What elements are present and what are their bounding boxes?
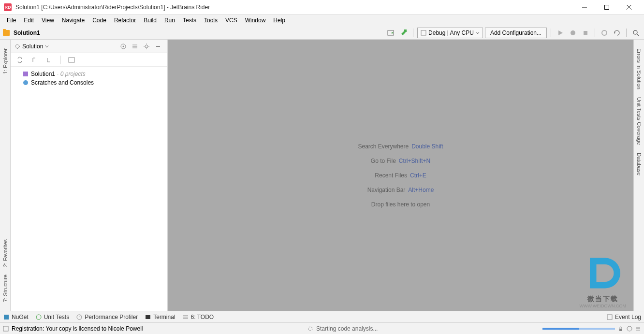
tab-todo[interactable]: 6: TODO <box>182 314 214 320</box>
collapse-icon[interactable] <box>44 55 54 65</box>
menu-code[interactable]: Code <box>88 16 110 25</box>
collapse-all-button[interactable] <box>130 41 140 52</box>
menu-build[interactable]: Build <box>140 16 161 25</box>
run-configuration-select[interactable]: Debug | Any CPU <box>417 28 483 38</box>
svg-rect-25 <box>4 315 9 319</box>
build-hammer-icon[interactable] <box>398 28 409 38</box>
solution-icon <box>15 44 20 49</box>
tab-explorer[interactable]: 1: Explorer <box>1 44 9 78</box>
menu-window[interactable]: Window <box>241 16 270 25</box>
scratches-icon <box>22 79 29 86</box>
progress-bar <box>542 328 615 330</box>
locate-button[interactable] <box>118 41 129 52</box>
statusbar: Registration: Your copy is licensed to N… <box>0 322 644 334</box>
explorer-header: Solution <box>11 40 167 53</box>
menu-help[interactable]: Help <box>269 16 289 25</box>
hint-search-everywhere: Search Everywhere Double Shift <box>358 143 443 150</box>
run-button[interactable] <box>555 28 566 38</box>
breadcrumb[interactable]: Solution1 <box>14 29 40 36</box>
titlebar: RD Solution1 [C:\Users\Administrator\Rid… <box>0 0 644 15</box>
tab-structure[interactable]: 7: Structure <box>1 271 9 306</box>
chevron-down-icon <box>45 44 49 48</box>
left-tool-strip: 1: Explorer 2: Favorites 7: Structure <box>0 40 11 311</box>
folder-icon <box>3 30 10 36</box>
stop-button[interactable] <box>580 28 591 38</box>
add-configuration-button[interactable]: Add Configuration... <box>485 28 547 38</box>
svg-rect-6 <box>404 29 407 32</box>
settings-button[interactable] <box>141 41 152 52</box>
hint-recent-files: Recent Files Ctrl+E <box>375 172 426 179</box>
expand-icon[interactable] <box>29 55 40 65</box>
svg-point-35 <box>308 327 312 331</box>
profile-button[interactable] <box>599 28 610 38</box>
hint-goto-file: Go to File Ctrl+Shift+N <box>371 158 430 164</box>
watermark: 微当下载 WWW.WEIDOWN.COM <box>580 251 626 308</box>
explorer-toolbar <box>11 53 167 67</box>
status-box-icon[interactable] <box>3 326 9 332</box>
explorer-view-selector[interactable]: Solution <box>15 43 49 50</box>
tab-unit-tests-coverage[interactable]: Unit Tests Coverage <box>635 93 643 149</box>
menu-vcs[interactable]: VCS <box>221 16 241 25</box>
svg-rect-22 <box>69 58 74 62</box>
solution-file-icon <box>22 71 29 77</box>
tab-event-log[interactable]: Event Log <box>606 314 641 320</box>
svg-line-28 <box>79 316 81 317</box>
debug-button[interactable] <box>568 28 578 38</box>
svg-rect-23 <box>23 72 28 76</box>
search-button[interactable] <box>630 28 641 38</box>
tree-solution-node[interactable]: Solution1 · 0 projects <box>22 70 163 78</box>
tab-profiler[interactable]: Performance Profiler <box>76 314 138 320</box>
editor-area[interactable]: Search Everywhere Double Shift Go to Fil… <box>168 40 633 311</box>
navbar: Solution1 Debug | Any CPU Add Configurat… <box>0 26 644 40</box>
minimize-button[interactable] <box>573 0 596 15</box>
hint-drop-files: Drop files here to open <box>371 201 430 208</box>
menu-run[interactable]: Run <box>161 16 179 25</box>
tab-nuget[interactable]: NuGet <box>3 314 29 320</box>
sync-button[interactable] <box>15 55 25 65</box>
watermark-logo-icon <box>581 251 625 295</box>
menu-view[interactable]: View <box>38 16 58 25</box>
preview-button[interactable] <box>66 55 77 65</box>
menu-refactor[interactable]: Refactor <box>110 16 140 25</box>
svg-rect-36 <box>619 329 622 331</box>
tab-unit-tests[interactable]: Unit Tests <box>35 314 69 320</box>
menu-navigate[interactable]: Navigate <box>58 16 88 25</box>
explorer-panel: Solution Solution1 · 0 projects <box>11 40 168 311</box>
tab-favorites[interactable]: 2: Favorites <box>1 235 9 271</box>
tab-errors[interactable]: Errors In Solution <box>635 44 643 93</box>
svg-line-14 <box>637 34 639 36</box>
tab-database[interactable]: Database <box>635 149 643 179</box>
tab-terminal[interactable]: Terminal <box>145 314 175 320</box>
svg-point-16 <box>123 45 124 47</box>
svg-point-37 <box>627 326 632 331</box>
svg-rect-33 <box>607 315 612 319</box>
terminal-icon <box>145 314 151 320</box>
memory-icon[interactable] <box>635 326 641 332</box>
run-target-icon[interactable] <box>386 28 396 38</box>
menu-tests[interactable]: Tests <box>179 16 200 25</box>
menubar: File Edit View Navigate Code Refactor Bu… <box>0 15 644 26</box>
svg-rect-1 <box>605 5 609 9</box>
menu-edit[interactable]: Edit <box>20 16 38 25</box>
svg-point-24 <box>23 80 28 85</box>
lock-icon[interactable] <box>618 326 624 332</box>
inspection-icon[interactable] <box>627 326 632 332</box>
status-registration: Registration: Your copy is licensed to N… <box>12 325 143 332</box>
app-icon: RD <box>4 3 12 11</box>
close-button[interactable] <box>618 0 640 15</box>
svg-marker-8 <box>558 30 563 35</box>
refresh-button[interactable] <box>612 28 622 38</box>
event-log-icon <box>606 314 613 320</box>
hide-button[interactable] <box>153 41 163 52</box>
cube-icon <box>421 30 426 36</box>
maximize-button[interactable] <box>596 0 618 15</box>
chevron-down-icon <box>476 31 480 35</box>
todo-icon <box>182 314 189 320</box>
unit-tests-icon <box>35 314 42 320</box>
tree-scratches-node[interactable]: Scratches and Consoles <box>22 78 163 87</box>
spinner-icon <box>307 326 313 332</box>
menu-tools[interactable]: Tools <box>200 16 221 25</box>
menu-file[interactable]: File <box>3 16 20 25</box>
svg-rect-34 <box>3 326 8 331</box>
svg-rect-10 <box>584 31 587 35</box>
